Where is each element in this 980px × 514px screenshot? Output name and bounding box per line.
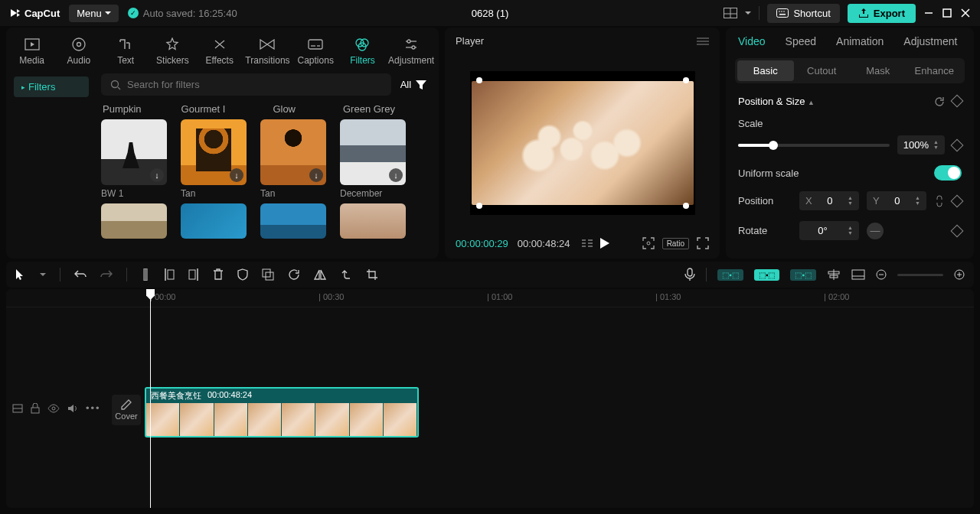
video-clip[interactable]: 西餐美食烹饪00:00:48:24	[145, 387, 419, 438]
rotate-tool[interactable]	[340, 268, 352, 281]
subtab-mask[interactable]: Mask	[850, 60, 906, 81]
list-icon[interactable]	[582, 239, 593, 248]
filter-thumb-row2-2[interactable]	[181, 203, 247, 239]
download-icon[interactable]: ↓	[230, 168, 243, 182]
preview-tool[interactable]	[851, 269, 865, 280]
scale-value[interactable]: 100%▲▼	[897, 135, 945, 155]
filter-category-filters[interactable]: ▸Filters	[14, 76, 89, 97]
tab-effects[interactable]: Effects	[197, 34, 242, 69]
zoom-in[interactable]	[954, 269, 965, 280]
prop-tab-adjustment[interactable]: Adjustment	[903, 35, 957, 47]
download-icon[interactable]: ↓	[309, 168, 323, 182]
zoom-out[interactable]	[876, 269, 887, 280]
track-collapse-icon[interactable]	[12, 404, 23, 413]
menu-button[interactable]: Menu	[69, 5, 119, 22]
filter-thumb-tan2[interactable]: ↓	[260, 119, 326, 185]
keyframe-icon[interactable]	[951, 138, 964, 151]
shortcut-button[interactable]: Shortcut	[767, 4, 839, 23]
search-icon	[110, 80, 121, 90]
mirror-tool[interactable]	[314, 269, 326, 280]
split-left-tool[interactable]	[164, 268, 175, 281]
mute-icon[interactable]	[67, 403, 78, 414]
download-icon[interactable]: ↓	[150, 168, 164, 182]
chevron-down-icon[interactable]	[745, 11, 751, 15]
playhead[interactable]	[150, 289, 151, 508]
delete-tool[interactable]	[213, 268, 224, 281]
copy-tool[interactable]	[262, 268, 274, 281]
link-chip[interactable]: ⬚▪⬚	[790, 269, 816, 281]
layout-icon[interactable]	[724, 8, 737, 18]
magnet-off[interactable]: ⬚▪⬚	[717, 269, 743, 281]
tab-audio[interactable]: Audio	[56, 34, 101, 69]
keyframe-icon[interactable]	[951, 224, 964, 237]
properties-panel: Video Speed Animation Adjustment Basic C…	[726, 28, 974, 259]
keyframe-icon[interactable]	[951, 194, 964, 207]
subtab-cutout[interactable]: Cutout	[794, 60, 851, 81]
filter-thumb-row2-3[interactable]	[260, 203, 326, 239]
filter-thumb-bw1[interactable]: ↓	[101, 119, 167, 185]
prop-tab-video[interactable]: Video	[738, 35, 766, 47]
tab-filters[interactable]: Filters	[340, 34, 385, 69]
tab-text[interactable]: Text	[103, 34, 149, 69]
position-y[interactable]: Y0▲▼	[867, 191, 926, 210]
refresh-tool[interactable]	[288, 268, 300, 281]
subtab-basic[interactable]: Basic	[737, 60, 794, 81]
resize-handle[interactable]	[683, 77, 689, 83]
tab-stickers[interactable]: Stickers	[150, 34, 195, 69]
zoom-slider[interactable]	[897, 274, 943, 276]
cover-button[interactable]: Cover	[112, 395, 141, 425]
resize-handle[interactable]	[683, 203, 689, 209]
split-right-tool[interactable]	[188, 268, 199, 281]
scale-slider[interactable]	[738, 144, 890, 147]
svg-rect-47	[852, 270, 864, 279]
close-button[interactable]	[960, 8, 971, 18]
rotate-value[interactable]: 0°▲▼	[799, 221, 859, 240]
tab-captions[interactable]: Captions	[293, 34, 338, 69]
filter-thumb-tan1[interactable]: ↓	[181, 119, 247, 185]
eye-icon[interactable]	[47, 404, 60, 413]
redo-button[interactable]	[100, 269, 113, 280]
uniform-toggle[interactable]	[934, 165, 962, 181]
tab-media[interactable]: Media	[9, 34, 54, 69]
scan-icon[interactable]	[642, 237, 655, 249]
maximize-button[interactable]	[942, 8, 952, 18]
align-tool[interactable]	[827, 269, 841, 280]
play-button[interactable]	[600, 238, 609, 249]
undo-button[interactable]	[74, 269, 87, 280]
resize-handle[interactable]	[476, 77, 482, 83]
filter-thumb-row2-1[interactable]	[101, 203, 167, 239]
split-tool[interactable]	[141, 268, 150, 281]
chevron-down-icon[interactable]	[40, 273, 46, 277]
filter-all-button[interactable]: All	[397, 79, 430, 90]
lock-icon[interactable]	[31, 403, 40, 414]
shield-tool[interactable]	[237, 268, 248, 281]
prop-tab-speed[interactable]: Speed	[786, 35, 816, 47]
tab-adjustment[interactable]: Adjustment	[387, 34, 436, 69]
crop-tool[interactable]	[366, 268, 378, 281]
tab-transitions[interactable]: Transitions	[243, 34, 291, 69]
more-icon[interactable]: •••	[86, 402, 101, 414]
magnet-on[interactable]: ⬚▪⬚	[754, 269, 780, 281]
filter-thumb-row2-4[interactable]	[340, 203, 406, 239]
ratio-button[interactable]: Ratio	[662, 238, 689, 249]
export-button[interactable]: Export	[848, 4, 916, 23]
mic-tool[interactable]	[684, 268, 695, 281]
svg-point-5	[782, 11, 783, 12]
search-input[interactable]: Search for filters	[101, 73, 391, 96]
reset-icon[interactable]	[934, 96, 945, 107]
prop-tab-animation[interactable]: Animation	[836, 35, 884, 47]
pointer-tool[interactable]	[15, 268, 26, 281]
download-icon[interactable]: ↓	[389, 168, 403, 182]
subtab-enhance[interactable]: Enhance	[906, 60, 963, 81]
resize-handle[interactable]	[476, 203, 482, 209]
player-canvas[interactable]	[470, 71, 695, 215]
link-icon[interactable]	[934, 195, 945, 207]
minimize-button[interactable]	[923, 8, 934, 18]
fullscreen-icon[interactable]	[697, 237, 709, 249]
titlebar: CapCut Menu ✓ Auto saved: 16:25:40 0628 …	[0, 0, 980, 26]
filter-thumb-december[interactable]: ↓	[340, 119, 406, 185]
rotate-dial[interactable]: —	[867, 223, 884, 239]
position-x[interactable]: X0▲▼	[799, 191, 859, 210]
player-menu-icon[interactable]	[697, 37, 709, 46]
keyframe-icon[interactable]	[951, 94, 964, 107]
